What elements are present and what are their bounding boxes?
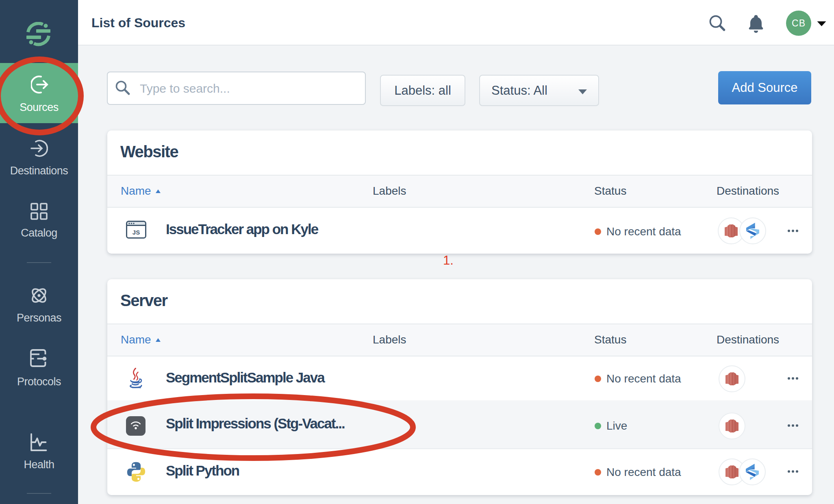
svg-text:JS: JS [132, 229, 140, 236]
